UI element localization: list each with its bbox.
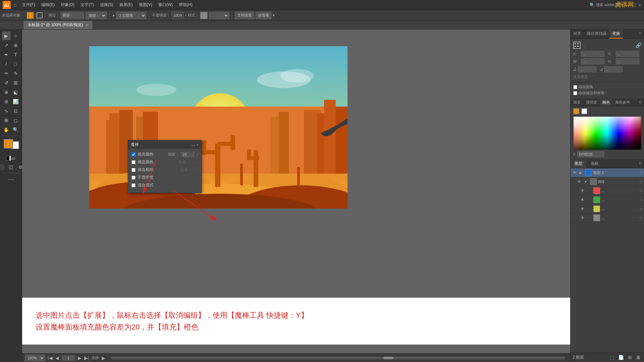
layer-yellow-item[interactable]: 👁 ... ○ [571,204,644,214]
stroke-swatch[interactable] [37,12,43,18]
fill-tolerance-arrow[interactable]: › [197,153,198,157]
opacity-checkbox[interactable] [131,176,136,180]
paintbrush-tool-btn[interactable]: ✏ [2,69,11,78]
home-icon[interactable]: ⌂ [13,2,17,8]
gradient-btn[interactable]: ◫ [7,163,15,171]
direct-selection-tool-btn[interactable]: ⊹ [11,32,20,40]
layer-green-item[interactable]: 👁 ... ○ [571,195,644,204]
more-tools-btn[interactable]: ⋯ [7,175,15,184]
opacity-input[interactable] [172,12,184,19]
symbol-sprayer-btn[interactable]: ∿ [2,107,11,115]
menu-window[interactable]: 窗口(W) [156,1,175,8]
layer-2-item[interactable]: 👁 ▶ 图层 2 ○ [571,168,644,177]
nav-last-btn[interactable]: ▶| [84,355,89,361]
menu-view[interactable]: 视图(V) [136,1,155,8]
shear-input[interactable] [604,66,623,72]
color-ref-tab[interactable]: 颜色参考 [612,99,633,106]
x-input[interactable] [581,51,604,57]
selection-tool-btn[interactable]: ▶ [2,32,11,40]
type-tool-btn[interactable]: T [11,50,20,59]
color-spectrum[interactable] [573,116,641,150]
color-panel-menu[interactable]: ≡ [636,99,644,106]
nav-next-btn[interactable]: ▶ [78,355,82,361]
fill-tolerance-input[interactable] [181,152,195,157]
layers-tab[interactable]: 图层 [571,160,587,168]
transparency-tab[interactable]: 透明度 [583,99,600,106]
align-tab[interactable]: 对齐 [571,29,584,39]
hex-input[interactable] [577,151,604,157]
swap-colors-btn[interactable]: ⇄ [11,156,16,161]
hand-tool-btn[interactable]: ✋ [2,125,11,134]
brush-select[interactable] [61,12,84,19]
scale-tool-btn[interactable]: ⊞ [11,78,20,87]
layer-make-mask-btn[interactable]: ⬚ [608,354,615,361]
fill-color-swatch[interactable] [27,12,34,19]
layer-2-expand-btn[interactable]: ▶ [579,171,584,175]
zoom-tool-btn[interactable]: 🔍 [11,125,20,134]
layer-003-target[interactable]: ○ [640,179,642,184]
layer-yellow-target[interactable]: ○ [640,206,642,211]
warp-tool-btn[interactable]: ⊕ [2,88,11,97]
magic-wand-tool-btn[interactable]: ↗ [2,41,11,50]
layer-delete-btn[interactable]: 🗑 [635,354,642,361]
layer-003-expand-btn[interactable]: ▼ [584,180,589,184]
stroke-width-checkbox[interactable] [131,168,136,172]
layer-red-item[interactable]: 👁 ... ○ [571,186,644,195]
point-type-select[interactable]: 3 点圆形 [116,12,146,19]
slice-tool-btn[interactable]: ⊞ [2,116,11,125]
transform-tab[interactable]: 变换 [609,29,623,39]
tab-close-btn[interactable]: × [86,22,89,28]
h-input[interactable] [616,58,639,64]
pen-tool-btn[interactable]: ✒ [2,50,11,59]
y-input[interactable] [616,51,639,57]
layer-comp-btn[interactable]: ⊞ [627,354,633,361]
panel-title-bar[interactable]: 魔棒 — × [128,140,201,149]
layer-003-visibility[interactable]: 👁 [577,179,583,184]
layer-2-visibility[interactable]: 👁 [573,170,578,175]
blend-checkbox[interactable] [131,183,136,187]
rect-tool-btn[interactable]: □ [11,60,20,68]
layer-yellow-visibility[interactable]: 👁 [581,206,586,211]
document-tab[interactable]: 未标题-1* @ 100% (RGB/预览) × [23,21,93,29]
fill-color-checkbox[interactable] [131,153,136,157]
scroll-thumb[interactable] [383,357,393,359]
layer-2-target[interactable]: ○ [640,170,642,175]
w-input[interactable] [581,58,604,64]
color-stroke-swatch[interactable] [581,108,587,114]
preferences-btn[interactable]: 首选项 [256,12,271,19]
stroke-color-checkbox[interactable] [131,160,136,164]
layer-new-btn[interactable]: 📄 [617,354,625,361]
artboard-tab[interactable]: 画板 [587,160,603,168]
color-btn[interactable]: ⬛ [0,163,6,171]
layer-green-target[interactable]: ○ [640,197,642,202]
stroke-color-arrow[interactable]: › [197,160,198,164]
panel-close-btn[interactable]: × [197,143,199,147]
interpolation-select[interactable]: 插值： [86,12,107,19]
gradient-tab[interactable]: 渐变 [571,99,583,106]
scale-strokes-checkbox[interactable] [573,85,577,89]
menu-select[interactable]: 选择(S) [97,1,116,8]
menu-effect[interactable]: 效果(E) [117,1,136,8]
layer-red-visibility[interactable]: 👁 [581,188,586,193]
layer-gray-target[interactable]: ○ [640,216,642,220]
default-colors-btn[interactable] [6,156,11,161]
menu-object[interactable]: 对象(O) [58,1,77,8]
scale-effects-checkbox[interactable] [573,91,577,95]
angle-input[interactable] [578,66,596,72]
color-tab[interactable]: 颜色 [600,99,612,106]
free-transform-btn[interactable]: ⬕ [11,88,20,97]
style-preview[interactable] [200,12,208,19]
layer-green-visibility[interactable]: 👁 [581,197,586,202]
menu-type[interactable]: 文字(T) [78,1,96,8]
layers-menu-btn[interactable]: ≡ [636,160,644,168]
play-btn[interactable]: ▶ [102,355,105,361]
window-close-btn[interactable]: × [639,2,641,8]
stroke-width-arrow[interactable]: › [197,168,198,172]
transform-origin-control[interactable] [573,42,581,49]
preferences-arrow[interactable]: ▾ [273,13,275,18]
artboard-tool-btn[interactable]: ⊡ [11,107,20,115]
menu-help[interactable]: 帮助(H) [176,1,195,8]
nav-first-btn[interactable]: |◀ [48,355,53,361]
pathfinder-tab[interactable]: 路径查找器 [584,29,609,39]
style-select[interactable] [209,12,229,19]
